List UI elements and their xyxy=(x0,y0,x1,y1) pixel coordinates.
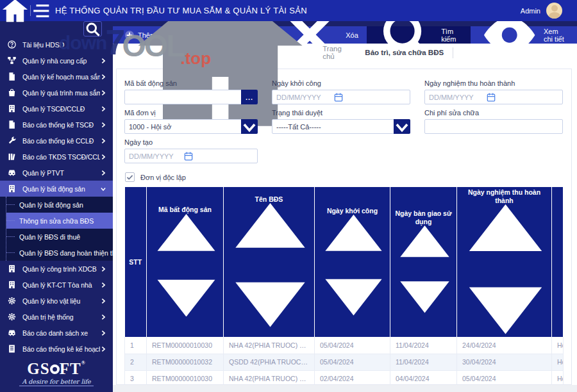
sidebar-item-18[interactable]: Báo cáo danh sách xe xyxy=(0,325,113,341)
sidebar-item-14[interactable]: Quản lý công trình XDCB xyxy=(0,261,113,277)
sidebar-item-4[interactable]: Quản lý TSCĐ/CCLĐ xyxy=(0,101,113,117)
check-icon xyxy=(126,173,134,181)
field-ngay-tao: Ngày tạo xyxy=(124,138,258,163)
sidebar-subitem-10[interactable]: Quản lý bất động sản xyxy=(6,197,113,213)
field-label: Ngày nghiệm thu hoàn thành xyxy=(424,79,563,87)
don-vi-doc-lap-checkbox[interactable] xyxy=(125,172,135,182)
calendar-icon[interactable] xyxy=(270,92,407,102)
chi-phi-sua-chua-input[interactable] xyxy=(425,120,562,133)
sidebar-item-7[interactable]: Báo cáo TKDS TSCĐ/CCLĐ xyxy=(0,149,113,165)
sidebar-item-17[interactable]: Quản trị hệ thống xyxy=(0,309,113,325)
logo-text-left: GS xyxy=(27,360,49,377)
column-header-3[interactable]: Ngày khởi công xyxy=(315,187,390,337)
column-label: Ngày nghiệm thu hoàn thành xyxy=(468,188,540,204)
sidebar-item-label: Báo cáo thống kê TSCĐ xyxy=(22,121,100,129)
sidebar-search-button[interactable] xyxy=(83,21,102,37)
chevron-right-icon xyxy=(100,58,106,64)
checkbox-row: Đơn vị độc lập xyxy=(125,172,571,182)
ma-don-vi-select[interactable]: 1000 - Hội sở xyxy=(124,119,258,134)
chevron-right-icon xyxy=(100,90,106,96)
chevron-right-icon xyxy=(100,330,106,336)
column-header-4[interactable]: Ngày bàn giao sử dụng xyxy=(390,187,457,337)
sidebar-subitem-11[interactable]: Thông tin sửa chữa BĐS xyxy=(6,213,113,229)
sidebar-item-2[interactable]: Quản lý kế hoạch mua sắm xyxy=(0,69,113,85)
sidebar-subitem-12[interactable]: Quản lý BĐS đi thuê xyxy=(6,229,113,245)
logo-o-icon xyxy=(50,364,60,374)
sidebar-item-1[interactable]: Quản lý nhà cung cấp xyxy=(0,53,113,69)
view-detail-button[interactable]: Xem chi tiết xyxy=(471,26,577,44)
lookup-button[interactable]: ... xyxy=(241,90,258,104)
field-chi-phi-sua-chua: Chi phí sửa chữa xyxy=(424,109,563,134)
calendar-icon[interactable] xyxy=(422,92,560,102)
table-cell: Hội sở xyxy=(552,337,564,354)
sort-icon[interactable] xyxy=(396,225,454,314)
search-tool-button[interactable]: Tìm kiếm xyxy=(367,26,471,44)
field-label: Mã bất động sản xyxy=(124,79,258,87)
table-row[interactable]: 1RETM00000010030NHA 42(PHIA TRUOC) VO VA… xyxy=(125,337,564,354)
field-label: Trạng thái duyệt xyxy=(272,109,410,117)
breadcrumb-current-tab[interactable]: Bảo trì, sửa chữa BĐS xyxy=(365,49,444,56)
chevron-right-icon xyxy=(100,314,106,320)
wrench-icon xyxy=(7,136,17,145)
sidebar-subitem-13[interactable]: Quản lý BĐS đang hoàn thiện thủ tục xyxy=(6,245,113,261)
column-header-5[interactable]: Ngày nghiệm thu hoàn thành xyxy=(457,187,552,337)
table-row[interactable]: 2RETM00000010032QSDD 42(PHIA TRUOC) VO V… xyxy=(125,354,564,370)
sidebar-item-3[interactable]: Quản lý quá trình mua sắm xyxy=(0,85,113,101)
user-name: Admin xyxy=(521,7,540,15)
column-header-1[interactable]: Mã bất động sản xyxy=(147,187,224,337)
avatar[interactable] xyxy=(546,3,562,19)
table-cell: 11/04/2024 xyxy=(390,354,457,370)
chevron-right-icon xyxy=(100,298,106,304)
content-panel: Mã bất động sản ... Ngày khởi công Ngày … xyxy=(116,69,572,385)
home-button[interactable] xyxy=(0,0,30,21)
brand-logo: GSFT® A desire for better life xyxy=(0,357,113,392)
data-table: STTMã bất động sảnTên BĐSNgày khởi côngN… xyxy=(124,187,564,392)
sort-icon[interactable] xyxy=(152,214,221,318)
sort-icon[interactable] xyxy=(320,215,387,317)
column-label: Mã bất động sản xyxy=(158,206,212,213)
help-icon xyxy=(7,40,17,49)
sidebar-item-16[interactable]: Quản lý kho vật liệu xyxy=(0,293,113,309)
trang-thai-duyet-select[interactable]: -----Tất Cả----- xyxy=(272,119,410,134)
sort-icon[interactable] xyxy=(462,204,549,336)
report-icon xyxy=(7,344,17,354)
car-icon xyxy=(7,168,17,177)
doc-icon xyxy=(7,72,17,81)
table-cell: 2 xyxy=(125,354,147,370)
sidebar-item-label: Báo cáo thống kê kế hoạch xyxy=(22,345,100,353)
data-table-wrap: STTMã bất động sảnTên BĐSNgày khởi côngN… xyxy=(124,187,564,392)
ma-bat-dong-san-input[interactable] xyxy=(125,90,257,104)
sidebar-item-0[interactable]: Tài liệu HDSD xyxy=(0,37,113,53)
column-header-2[interactable]: Tên BĐS xyxy=(224,187,315,337)
sidebar-item-label: Quản lý nhà cung cấp xyxy=(22,57,100,65)
calendar-icon[interactable] xyxy=(122,151,255,161)
field-trang-thai-duyet: Trạng thái duyệt -----Tất Cả----- xyxy=(272,109,410,134)
registered-mark: ® xyxy=(81,360,86,366)
field-label: Ngày tạo xyxy=(124,138,258,146)
sidebar-submenu: Quản lý bất động sảnThông tin sửa chữa B… xyxy=(0,197,113,261)
chevron-down-icon[interactable] xyxy=(241,119,258,134)
sidebar-subitem-label: Thông tin sửa chữa BĐS xyxy=(19,217,94,225)
sidebar-item-label: Quản trị hệ thống xyxy=(22,313,100,321)
chevron-right-icon xyxy=(100,154,106,160)
chevron-down-icon[interactable] xyxy=(394,119,410,134)
sidebar-item-8[interactable]: Quản lý PTVT xyxy=(0,165,113,181)
breadcrumb-home-label: Trang chủ xyxy=(322,45,351,60)
sidebar-item-label: Báo cáo thống kê CCLĐ xyxy=(22,137,100,145)
chevron-right-icon xyxy=(100,106,106,112)
chevron-right-icon xyxy=(100,42,106,48)
table-cell: 30/04/2024 xyxy=(457,354,552,370)
sort-icon[interactable] xyxy=(229,203,312,329)
bottom-strip xyxy=(113,385,577,392)
sidebar-item-19[interactable]: Báo cáo thống kê kế hoạch xyxy=(0,341,113,357)
chevron-right-icon xyxy=(100,170,106,176)
gear-icon xyxy=(7,312,17,322)
sidebar-item-15[interactable]: Quản lý KT-CT Tòa nhà xyxy=(0,277,113,293)
menu-toggle-button[interactable] xyxy=(31,0,53,21)
table-cell: QSDD 42(PHIA TRUOC) VO VAN TA... xyxy=(224,354,315,370)
sidebar-item-9[interactable]: Quản lý bất động sản xyxy=(0,181,113,197)
sidebar-item-6[interactable]: Báo cáo thống kê CCLĐ xyxy=(0,133,113,149)
sidebar-item-5[interactable]: Báo cáo thống kê TSCĐ xyxy=(0,117,113,133)
column-label: STT xyxy=(129,258,142,266)
sidebar-item-label: Quản lý công trình XDCB xyxy=(22,265,100,273)
